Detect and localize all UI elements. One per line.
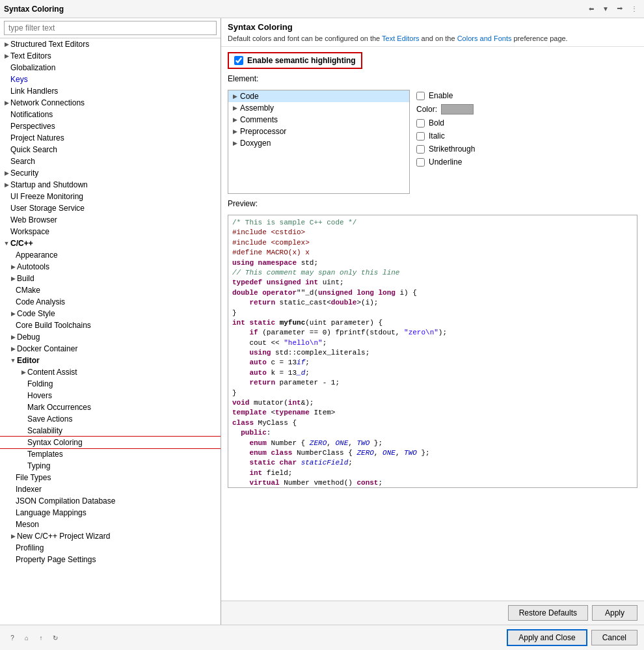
arrow-network-connections[interactable]: ▶ <box>3 99 10 107</box>
apply-close-button[interactable]: Apply and Close <box>507 629 587 646</box>
arrow-new-cpp[interactable]: ▶ <box>9 532 17 540</box>
tree-item-structured-text-editors[interactable]: ▶ Structured Text Editors <box>0 38 221 50</box>
italic-checkbox[interactable] <box>416 132 425 141</box>
tree-item-code-style[interactable]: ▶ Code Style <box>0 308 221 319</box>
arrow-code[interactable]: ▶ <box>231 93 239 100</box>
tree-item-code-analysis[interactable]: Code Analysis <box>0 296 221 308</box>
underline-label[interactable]: Underline <box>429 157 462 167</box>
cancel-button[interactable]: Cancel <box>591 630 637 645</box>
import-icon[interactable]: ↻ <box>49 632 61 643</box>
arrow-docker[interactable]: ▶ <box>9 345 17 353</box>
enable-label[interactable]: Enable <box>429 91 453 100</box>
arrow-comments[interactable]: ▶ <box>231 116 239 123</box>
help-icon[interactable]: ? <box>7 632 18 643</box>
tree-item-templates[interactable]: Templates <box>0 448 221 460</box>
tree-item-security[interactable]: ▶ Security <box>0 167 221 179</box>
filter-input[interactable] <box>4 21 217 35</box>
tree-item-search[interactable]: Search <box>0 156 221 167</box>
tree-item-docker[interactable]: ▶ Docker Container <box>0 343 221 355</box>
arrow-structured-text-editors[interactable]: ▶ <box>3 40 10 48</box>
tree-item-startup-shutdown[interactable]: ▶ Startup and Shutdown <box>0 179 221 191</box>
tree-item-indexer[interactable]: Indexer <box>0 483 221 495</box>
tree-item-hovers[interactable]: Hovers <box>0 390 221 401</box>
tree-item-property-page[interactable]: Property Page Settings <box>0 554 221 565</box>
tree-item-autotools[interactable]: ▶ Autotools <box>0 261 221 273</box>
bold-label[interactable]: Bold <box>429 118 444 128</box>
tree-item-scalability[interactable]: Scalability <box>0 425 221 437</box>
tree-item-network-connections[interactable]: ▶ Network Connections <box>0 97 221 109</box>
tree-item-meson[interactable]: Meson <box>0 519 221 530</box>
arrow-doxygen[interactable]: ▶ <box>231 140 239 146</box>
tree-item-cpp[interactable]: ▼ C/C++ <box>0 237 221 249</box>
tree-item-profiling[interactable]: Profiling <box>0 542 221 554</box>
enable-row: Enable <box>416 91 475 100</box>
tree-item-keys[interactable]: Keys <box>0 74 221 85</box>
arrow-build[interactable]: ▶ <box>9 275 17 282</box>
tree-item-syntax-coloring[interactable]: Syntax Coloring <box>0 437 221 448</box>
italic-label[interactable]: Italic <box>429 131 445 141</box>
tree-item-workspace[interactable]: Workspace <box>0 226 221 237</box>
arrow-security[interactable]: ▶ <box>3 169 10 177</box>
menu-icon[interactable]: ⋮ <box>628 3 640 15</box>
tree-item-project-natures[interactable]: Project Natures <box>0 132 221 144</box>
tree-item-json-db[interactable]: JSON Compilation Database <box>0 495 221 507</box>
colors-fonts-link[interactable]: Colors and Fonts <box>457 34 512 42</box>
back-icon[interactable]: ⬅ <box>585 3 597 15</box>
tree-item-ui-freeze[interactable]: UI Freeze Monitoring <box>0 191 221 202</box>
bold-checkbox[interactable] <box>416 119 425 128</box>
strikethrough-label[interactable]: Strikethrough <box>429 144 475 154</box>
arrow-text-editors[interactable]: ▶ <box>3 52 10 60</box>
apply-button[interactable]: Apply <box>592 605 637 621</box>
tree-item-new-cpp-project[interactable]: ▶ New C/C++ Project Wizard <box>0 530 221 542</box>
arrow-assembly[interactable]: ▶ <box>231 105 239 111</box>
tree-item-link-handlers[interactable]: Link Handlers <box>0 85 221 97</box>
tree-item-quick-search[interactable]: Quick Search <box>0 144 221 156</box>
home-icon[interactable]: ⌂ <box>21 632 33 643</box>
arrow-autotools[interactable]: ▶ <box>9 263 17 271</box>
element-tree[interactable]: ▶ Code ▶ Assembly ▶ Comments ▶ Preproces… <box>228 90 410 194</box>
arrow-debug[interactable]: ▶ <box>9 333 17 341</box>
arrow-editor[interactable]: ▼ <box>9 357 17 364</box>
tree-item-core-build[interactable]: Core Build Toolchains <box>0 319 221 331</box>
tree-item-appearance[interactable]: Appearance <box>0 249 221 261</box>
export-icon[interactable]: ↑ <box>35 632 47 643</box>
element-assembly[interactable]: ▶ Assembly <box>228 102 409 114</box>
dropdown-icon[interactable]: ▼ <box>600 3 611 15</box>
tree-item-user-storage[interactable]: User Storage Service <box>0 202 221 214</box>
strikethrough-checkbox[interactable] <box>416 145 425 154</box>
tree-item-content-assist[interactable]: ▶ Content Assist <box>0 366 221 378</box>
tree-item-typing[interactable]: Typing <box>0 460 221 472</box>
semantic-highlighting-label[interactable]: Enable semantic highlighting <box>247 56 356 65</box>
tree-item-globalization[interactable]: Globalization <box>0 62 221 74</box>
element-code[interactable]: ▶ Code <box>228 90 409 102</box>
restore-defaults-button[interactable]: Restore Defaults <box>508 605 588 621</box>
tree-item-language-mappings[interactable]: Language Mappings <box>0 507 221 519</box>
semantic-highlighting-checkbox[interactable] <box>234 56 243 65</box>
color-swatch[interactable] <box>441 104 474 115</box>
tree-item-save-actions[interactable]: Save Actions <box>0 413 221 425</box>
tree-item-perspectives[interactable]: Perspectives <box>0 120 221 132</box>
arrow-startup-shutdown[interactable]: ▶ <box>3 181 10 189</box>
filter-bar <box>0 18 221 38</box>
tree-item-text-editors[interactable]: ▶ Text Editors <box>0 50 221 62</box>
tree-item-mark-occurrences[interactable]: Mark Occurrences <box>0 401 221 413</box>
tree-item-file-types[interactable]: File Types <box>0 472 221 483</box>
tree-item-cmake[interactable]: CMake <box>0 284 221 296</box>
underline-checkbox[interactable] <box>416 158 425 167</box>
element-comments[interactable]: ▶ Comments <box>228 114 409 126</box>
element-doxygen[interactable]: ▶ Doxygen <box>228 137 409 149</box>
text-editors-link[interactable]: Text Editors <box>382 34 419 42</box>
forward-icon[interactable]: ⮕ <box>614 3 626 15</box>
tree-item-folding[interactable]: Folding <box>0 378 221 390</box>
tree-item-build[interactable]: ▶ Build <box>0 273 221 284</box>
tree-item-web-browser[interactable]: Web Browser <box>0 214 221 226</box>
tree-item-editor[interactable]: ▼ Editor <box>0 355 221 366</box>
tree-item-debug[interactable]: ▶ Debug <box>0 331 221 343</box>
arrow-code-style[interactable]: ▶ <box>9 310 17 318</box>
arrow-cpp[interactable]: ▼ <box>3 239 10 247</box>
element-preprocessor[interactable]: ▶ Preprocessor <box>228 126 409 137</box>
arrow-content-assist[interactable]: ▶ <box>20 368 27 376</box>
arrow-preprocessor[interactable]: ▶ <box>231 128 239 135</box>
enable-checkbox[interactable] <box>416 92 425 100</box>
tree-item-notifications[interactable]: Notifications <box>0 109 221 120</box>
